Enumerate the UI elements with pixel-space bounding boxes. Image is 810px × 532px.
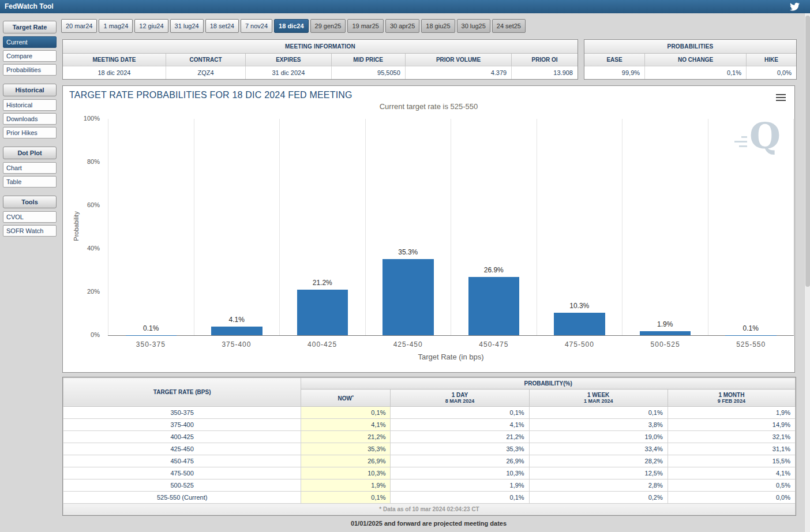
prob-value-cell: 0,0% — [667, 492, 795, 504]
prob-value-cell: 32,1% — [667, 431, 795, 443]
sidebar-item-prior-hikes[interactable]: Prior Hikes — [3, 127, 57, 138]
prob-value-cell: 35,3% — [391, 443, 529, 455]
info-col-mid-price: MID PRICE — [331, 54, 405, 66]
prob-value-cell: 28,2% — [529, 455, 667, 467]
prob-rate-cell: 375-400 — [63, 419, 301, 431]
chart-ytick-label: 0% — [70, 331, 100, 338]
chart-bar-value-label: 0.1% — [108, 324, 194, 332]
chart-xtick-label: 475-500 — [537, 340, 622, 349]
tab-18-set24[interactable]: 18 set24 — [205, 19, 239, 33]
chart-bar-value-label: 26.9% — [451, 266, 537, 274]
header-bar: FedWatch Tool — [0, 0, 810, 13]
chart-xtick-label: 350-375 — [108, 340, 194, 349]
chart-slot-400-425: 21.2% — [279, 119, 365, 335]
projected-dates-note: 01/01/2025 and forward are projected mee… — [62, 520, 795, 527]
chart-ytick-label: 20% — [70, 288, 100, 295]
sidebar: Target RateCurrentCompareProbabilitiesHi… — [2, 17, 57, 239]
vertical-scrollbar[interactable] — [804, 13, 810, 532]
prob-table-group-header: PROBABILITY(%) — [301, 378, 796, 389]
prob-value-cell: 3,8% — [529, 419, 667, 431]
prob-value-cell: 0,1% — [301, 492, 391, 504]
prob-value-cell: 4,1% — [667, 467, 795, 479]
sidebar-item-downloads[interactable]: Downloads — [3, 113, 57, 125]
sidebar-item-table[interactable]: Table — [3, 176, 57, 188]
tab-30-apr25[interactable]: 30 apr25 — [385, 19, 419, 33]
chart-slot-375-400: 4.1% — [194, 119, 280, 335]
tab-19-mar25[interactable]: 19 mar25 — [347, 19, 383, 33]
tab-1-mag24[interactable]: 1 mag24 — [99, 19, 133, 33]
probabilities-table: EASENO CHANGEHIKE99,9%0,1%0,0% — [584, 54, 796, 79]
prob-col-1-month: 1 MONTH9 FEB 2024 — [667, 389, 795, 407]
sidebar-item-probabilities[interactable]: Probabilities — [3, 64, 57, 76]
tab-20-mar24[interactable]: 20 mar24 — [61, 19, 97, 33]
twitter-icon[interactable] — [790, 2, 800, 12]
sidebar-section-historical: Historical — [3, 84, 57, 96]
tab-12-giu24[interactable]: 12 giu24 — [134, 19, 168, 33]
info-col-no-change: NO CHANGE — [645, 54, 747, 66]
chart-xtick-label: 450-475 — [451, 340, 537, 349]
prob-value-cell: 12,5% — [529, 467, 667, 479]
chart-bar-475-500[interactable] — [554, 313, 605, 335]
tab-18-dic24[interactable]: 18 dic24 — [274, 19, 308, 33]
chart-bar-value-label: 10.3% — [537, 302, 622, 310]
sidebar-item-historical[interactable]: Historical — [3, 99, 57, 111]
chart-bar-425-450[interactable] — [382, 259, 434, 335]
prob-value-cell: 1,9% — [667, 407, 795, 419]
chart-ytick-label: 40% — [70, 245, 100, 252]
chart-bar-value-label: 35.3% — [366, 248, 451, 256]
sidebar-item-compare[interactable]: Compare — [3, 50, 57, 62]
chart-bar-450-475[interactable] — [468, 277, 520, 335]
info-value-no-change: 0,1% — [645, 66, 747, 80]
chart-bar-375-400[interactable] — [211, 327, 262, 335]
prob-row-350-375: 350-3750,1%0,1%0,1%1,9% — [63, 407, 796, 419]
tab-7-nov24[interactable]: 7 nov24 — [241, 19, 272, 33]
probability-table-panel: TARGET RATE (BPS)PROBABILITY(%)NOW*1 DAY… — [62, 377, 796, 516]
info-value-expires: 31 dic 2024 — [246, 66, 331, 80]
prob-value-cell: 10,3% — [301, 467, 391, 479]
prob-value-cell: 4,1% — [301, 419, 391, 431]
app-title: FedWatch Tool — [5, 2, 54, 10]
tab-18-giu25[interactable]: 18 giu25 — [421, 19, 455, 33]
prob-rate-cell: 475-500 — [63, 467, 301, 479]
prob-value-cell: 26,9% — [391, 455, 529, 467]
prob-value-cell: 1,9% — [301, 479, 391, 492]
prob-rate-cell: 525-550 (Current) — [63, 492, 301, 504]
chart-ytick-label: 60% — [70, 201, 100, 208]
chart-slot-500-525: 1.9% — [622, 119, 708, 335]
meeting-information-panel: MEETING INFORMATION MEETING DATECONTRACT… — [62, 39, 578, 80]
sidebar-item-chart[interactable]: Chart — [3, 162, 57, 174]
tab-31-lug24[interactable]: 31 lug24 — [170, 19, 204, 33]
chart-xtick-label: 525-550 — [708, 340, 794, 349]
probabilities-title: PROBABILITIES — [584, 40, 796, 54]
info-col-ease: EASE — [584, 54, 645, 66]
chart-panel: TARGET RATE PROBABILITIES FOR 18 DIC 202… — [62, 85, 795, 373]
chart-xtick-label: 425-450 — [365, 340, 451, 349]
sidebar-section-tools: Tools — [3, 196, 57, 208]
tab-29-gen25[interactable]: 29 gen25 — [310, 19, 346, 33]
prob-value-cell: 33,4% — [529, 443, 667, 455]
chart-xtick-label: 375-400 — [194, 340, 280, 349]
info-value-prior-volume: 4.379 — [405, 66, 511, 80]
sidebar-item-cvol[interactable]: CVOL — [3, 211, 57, 223]
chart-slot-350-375: 0.1% — [108, 119, 194, 335]
meeting-information-title: MEETING INFORMATION — [63, 40, 578, 54]
sidebar-section-target-rate: Target Rate — [3, 21, 57, 33]
tab-24-set25[interactable]: 24 set25 — [492, 19, 526, 33]
chart-ytick-label: 100% — [70, 115, 100, 122]
scrollbar-thumb[interactable] — [805, 16, 810, 287]
chart-ytick-label: 80% — [70, 158, 100, 165]
hamburger-menu-icon[interactable] — [776, 94, 786, 103]
sidebar-item-current[interactable]: Current — [3, 36, 57, 48]
prob-rate-cell: 400-425 — [63, 431, 301, 443]
sidebar-item-sofr-watch[interactable]: SOFR Watch — [3, 225, 57, 237]
prob-row-425-450: 425-45035,3%35,3%33,4%31,1% — [63, 443, 796, 455]
prob-value-cell: 15,5% — [667, 455, 795, 467]
prob-row-500-525: 500-5251,9%1,9%2,8%0,5% — [63, 479, 796, 492]
prob-col-now: NOW* — [301, 389, 391, 407]
chart-bar-400-425[interactable] — [297, 290, 348, 336]
tab-30-lug25[interactable]: 30 lug25 — [457, 19, 490, 33]
prob-row-375-400: 375-4004,1%4,1%3,8%14,9% — [63, 419, 796, 431]
chart-bar-500-525[interactable] — [640, 331, 691, 335]
prob-table-rate-header: TARGET RATE (BPS) — [63, 378, 301, 407]
prob-row-525-550-current: 525-550 (Current)0,1%0,1%0,2%0,0% — [63, 492, 796, 504]
